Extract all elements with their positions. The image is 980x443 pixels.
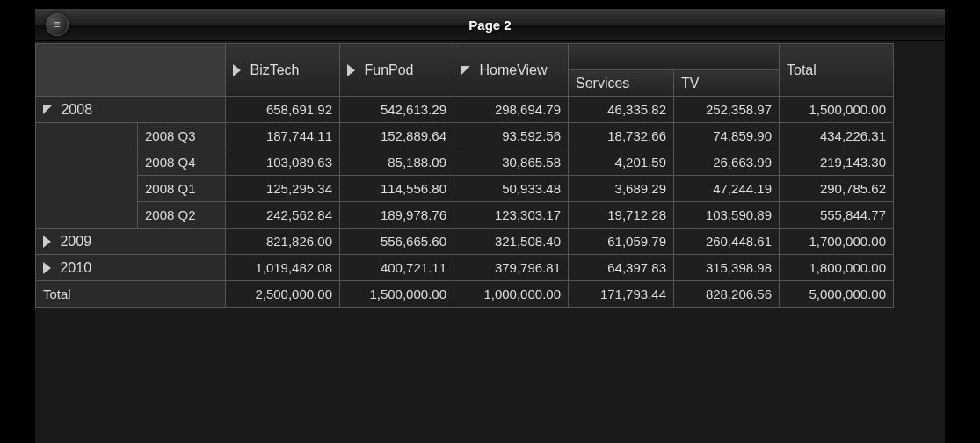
row-2008-q2: 2008 Q2 242,562.84 189,978.76 123,303.17… [36,202,894,229]
cell: 19,712.28 [569,202,674,229]
device-frame: ≡ Page 2 BizTech FunPod HomeView [0,0,980,443]
cell: 30,865.58 [454,149,569,176]
row-2008-q1: 2008 Q1 125,295.34 114,556.80 50,933.48 … [36,176,894,202]
cell: 26,663.99 [674,149,780,176]
row-header-2008[interactable]: 2008 [36,97,226,123]
row-header-total: Total [36,281,226,308]
row-2009: 2009 821,826.00 556,665.60 321,508.40 61… [36,229,894,255]
cell: 93,592.56 [454,123,569,149]
cell: 400,721.11 [340,255,454,281]
row-label: 2008 [61,102,92,117]
cell: 1,019,482.08 [226,255,340,281]
title-bar: ≡ Page 2 [35,9,945,41]
cell: 61,059.79 [569,229,674,255]
cell: 187,744.11 [226,123,340,149]
cell: 103,089.63 [226,149,340,176]
cell: 114,556.80 [340,176,454,202]
cell: 298,694.79 [454,97,569,123]
cell: 556,665.60 [340,229,454,255]
cell: 821,826.00 [226,229,340,255]
cell: 50,933.48 [454,176,569,202]
cell: 658,691.92 [226,97,340,123]
cell: 1,700,000.00 [780,229,894,255]
cell: 125,295.34 [226,176,340,202]
menu-button[interactable]: ≡ [46,13,69,36]
col-total: Total [780,44,894,97]
expand-icon [347,64,355,76]
cell: 290,785.62 [780,176,894,202]
expand-icon [43,236,51,248]
col-label: Total [787,62,817,77]
col-label: FunPod [364,62,413,77]
row-2008-q3: 2008 Q3 187,744.11 152,889.64 93,592.56 … [36,123,894,149]
screen: ≡ Page 2 BizTech FunPod HomeView [35,9,945,443]
col-tv[interactable]: TV [674,70,780,97]
expand-icon [43,262,51,274]
cell: 3,689.29 [569,176,674,202]
col-services[interactable]: Services [569,70,674,97]
row-header-2008-q4[interactable]: 2008 Q4 [138,149,226,176]
cell: 189,978.76 [340,202,454,229]
row-header-2008-q2[interactable]: 2008 Q2 [138,202,226,229]
col-biztech[interactable]: BizTech [226,44,340,97]
collapse-icon [43,105,52,114]
cell: 103,590.89 [674,202,780,229]
row-header-2010[interactable]: 2010 [36,255,226,281]
menu-icon: ≡ [54,18,60,31]
cell: 321,508.40 [454,229,569,255]
pivot-table: BizTech FunPod HomeView Total Services T… [35,43,894,308]
column-header-row-1: BizTech FunPod HomeView Total [36,44,894,70]
expand-icon [233,64,241,76]
row-header-2008-q3[interactable]: 2008 Q3 [138,123,226,149]
col-label: BizTech [250,62,299,77]
page-title: Page 2 [35,18,945,33]
cell: 2,500,000.00 [226,281,340,308]
cell: 260,448.61 [674,229,780,255]
cell: 242,562.84 [226,202,340,229]
col-label: Services [576,76,629,91]
row-header-2008-q1[interactable]: 2008 Q1 [138,176,226,202]
pivot-corner [36,44,226,97]
cell: 46,335.82 [569,97,674,123]
col-label: HomeView [479,62,547,77]
cell: 252,358.97 [674,97,780,123]
cell: 74,859.90 [674,123,780,149]
cell: 434,226.31 [780,123,894,149]
cell: 171,793.44 [569,281,674,308]
cell: 828,206.56 [674,281,780,308]
cell: 315,398.98 [674,255,780,281]
cell: 18,732.66 [569,123,674,149]
cell: 152,889.64 [340,123,454,149]
col-label: TV [681,76,699,91]
row-header-2009[interactable]: 2009 [36,229,226,255]
row-label: 2010 [60,260,91,275]
row-grand-total: Total 2,500,000.00 1,500,000.00 1,000,00… [36,281,894,308]
cell: 1,800,000.00 [780,255,894,281]
cell: 555,844.77 [780,202,894,229]
cell: 123,303.17 [454,202,569,229]
col-homeview[interactable]: HomeView [454,44,569,97]
col-funpod[interactable]: FunPod [340,44,454,97]
cell: 379,796.81 [454,255,569,281]
cell: 5,000,000.00 [780,281,894,308]
row-header-2008-spacer [36,123,138,229]
cell: 1,500,000.00 [340,281,454,308]
row-2010: 2010 1,019,482.08 400,721.11 379,796.81 … [36,255,894,281]
cell: 64,397.83 [569,255,674,281]
cell: 1,000,000.00 [454,281,569,308]
row-label: 2009 [60,234,91,249]
cell: 4,201.59 [569,149,674,176]
cell: 219,143.30 [780,149,894,176]
cell: 1,500,000.00 [780,97,894,123]
row-2008: 2008 658,691.92 542,613.29 298,694.79 46… [36,97,894,123]
collapse-icon [461,66,470,75]
row-2008-q4: 2008 Q4 103,089.63 85,188.09 30,865.58 4… [36,149,894,176]
cell: 47,244.19 [674,176,780,202]
cell: 85,188.09 [340,149,454,176]
cell: 542,613.29 [340,97,454,123]
col-homeview-children [569,44,780,70]
